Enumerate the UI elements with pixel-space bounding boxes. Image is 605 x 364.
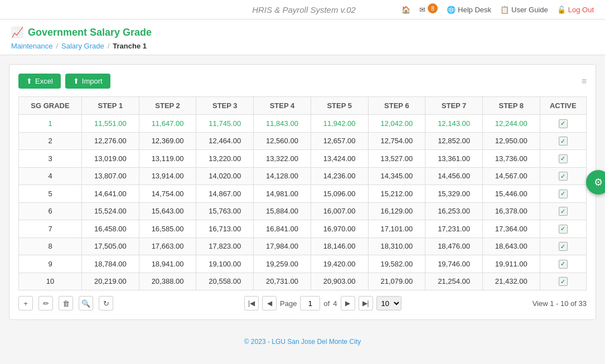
- cell-s3: 12,464.00: [196, 132, 254, 150]
- table-row[interactable]: 716,458.0016,585.0016,713.0016,841.0016,…: [19, 220, 587, 238]
- refresh-button[interactable]: ↻: [99, 296, 113, 310]
- col-step2: STEP 2: [139, 97, 196, 115]
- active-checkbox[interactable]: [559, 190, 568, 198]
- cell-sg: 9: [19, 255, 82, 273]
- cell-s1: 13,807.00: [82, 167, 139, 185]
- data-table: SG GRADE STEP 1 STEP 2 STEP 3 STEP 4 STE…: [18, 96, 587, 290]
- cell-s4: 13,322.00: [254, 150, 311, 168]
- mail-icon: ✉: [419, 6, 425, 14]
- first-page-button[interactable]: |◀: [244, 296, 259, 310]
- import-button[interactable]: ⬆ Import: [65, 74, 110, 89]
- main-card: ⬆ Excel ⬆ Import ≡ SG GRADE STEP 1 STEP …: [9, 64, 596, 320]
- cell-active[interactable]: [540, 132, 586, 150]
- cell-s2: 13,914.00: [139, 167, 196, 185]
- search-row-button[interactable]: 🔍: [79, 296, 93, 310]
- active-checkbox[interactable]: [559, 277, 568, 286]
- table-row[interactable]: 817,505.0017,663.0017,823.0017,984.0018,…: [19, 237, 587, 255]
- add-row-button[interactable]: +: [18, 296, 33, 310]
- import-icon: ⬆: [73, 77, 79, 85]
- page-input[interactable]: [300, 296, 320, 310]
- table-row[interactable]: 918,784.0018,941.0019,100.0019,259.0019,…: [19, 255, 587, 273]
- edit-row-button[interactable]: ✏: [38, 296, 53, 310]
- cell-active[interactable]: [540, 237, 586, 255]
- delete-row-button[interactable]: 🗑: [59, 296, 73, 310]
- cell-s2: 20,388.00: [139, 273, 196, 290]
- cell-active[interactable]: [540, 273, 586, 290]
- view-info: View 1 - 10 of 33: [533, 299, 587, 308]
- table-row[interactable]: 413,807.0013,914.0014,020.0014,128.0014,…: [19, 167, 587, 185]
- breadcrumb-salary-grade[interactable]: Salary Grade: [61, 42, 104, 50]
- cell-s6: 13,527.00: [368, 150, 425, 168]
- breadcrumb-sep-2: /: [108, 42, 110, 50]
- cell-s1: 12,276.00: [82, 132, 139, 150]
- cell-s7: 13,361.00: [425, 150, 483, 168]
- col-active: ACTIVE: [540, 97, 586, 115]
- hamburger-menu[interactable]: ≡: [582, 76, 587, 86]
- cell-s8: 19,911.00: [482, 255, 540, 273]
- cell-s3: 17,823.00: [196, 237, 254, 255]
- cell-s4: 19,259.00: [254, 255, 311, 273]
- table-header-row: SG GRADE STEP 1 STEP 2 STEP 3 STEP 4 STE…: [19, 97, 587, 115]
- page-title-wrapper: 📈 Government Salary Grade: [11, 26, 594, 38]
- table-row[interactable]: 1020,219.0020,388.0020,558.0020,731.0020…: [19, 273, 587, 290]
- breadcrumb-maintenance[interactable]: Maintenance: [11, 42, 52, 50]
- table-row[interactable]: 313,019.0013,119.0013,220.0013,322.0013,…: [19, 150, 587, 168]
- active-checkbox[interactable]: [559, 225, 568, 234]
- last-page-button[interactable]: ▶|: [359, 296, 373, 310]
- cell-s5: 14,236.00: [311, 167, 368, 185]
- cell-active[interactable]: [540, 115, 586, 133]
- cell-s5: 13,424.00: [311, 150, 368, 168]
- cell-s6: 12,754.00: [368, 132, 425, 150]
- copyright-text: © 2023 - LGU San Jose Del Monte City: [244, 338, 361, 346]
- next-page-button[interactable]: ▶: [341, 296, 355, 310]
- cell-s8: 14,567.00: [482, 167, 540, 185]
- cell-s5: 20,903.00: [311, 273, 368, 290]
- home-button[interactable]: 🏠: [401, 6, 410, 14]
- prev-page-button[interactable]: ◀: [262, 296, 277, 310]
- table-row[interactable]: 514,641.0014,754.0014,867.0014,981.0015,…: [19, 185, 587, 203]
- cell-s8: 15,446.00: [482, 185, 540, 203]
- active-checkbox[interactable]: [559, 154, 568, 163]
- cell-active[interactable]: [540, 150, 586, 168]
- cell-active[interactable]: [540, 255, 586, 273]
- cell-s8: 17,364.00: [482, 220, 540, 238]
- cell-s4: 14,981.00: [254, 185, 311, 203]
- pagination-controls: |◀ ◀ Page of 4 ▶ ▶| 10 25 50: [244, 296, 401, 310]
- toolbar-left: ⬆ Excel ⬆ Import: [18, 74, 110, 89]
- cell-s6: 15,212.00: [368, 185, 425, 203]
- logout-button[interactable]: 🔓 Log Out: [557, 6, 594, 14]
- col-step8: STEP 8: [482, 97, 540, 115]
- table-row[interactable]: 111,551.0011,647.0011,745.0011,843.0011,…: [19, 115, 587, 133]
- breadcrumb: Maintenance / Salary Grade / Tranche 1: [11, 42, 594, 55]
- notifications-button[interactable]: ✉ 8: [419, 4, 438, 14]
- userguide-button[interactable]: 📋 User Guide: [500, 6, 548, 14]
- cell-s6: 18,310.00: [368, 237, 425, 255]
- table-row[interactable]: 212,276.0012,369.0012,464.0012,560.0012,…: [19, 132, 587, 150]
- cell-s1: 17,505.00: [82, 237, 139, 255]
- cell-s8: 21,432.00: [482, 273, 540, 290]
- cell-s1: 11,551.00: [82, 115, 139, 133]
- table-footer: + ✏ 🗑 🔍 ↻ |◀ ◀ Page of 4 ▶ ▶| 10 25 50: [18, 296, 587, 310]
- active-checkbox[interactable]: [559, 172, 568, 181]
- active-checkbox[interactable]: [559, 260, 568, 269]
- copyright: © 2023 - LGU San Jose Del Monte City: [0, 329, 605, 355]
- per-page-select[interactable]: 10 25 50: [376, 296, 401, 310]
- excel-button[interactable]: ⬆ Excel: [18, 74, 61, 89]
- cell-active[interactable]: [540, 220, 586, 238]
- helpdesk-button[interactable]: 🌐 Help Desk: [447, 6, 491, 14]
- active-checkbox[interactable]: [559, 119, 568, 128]
- cell-active[interactable]: [540, 185, 586, 203]
- cell-s3: 16,713.00: [196, 220, 254, 238]
- cell-active[interactable]: [540, 167, 586, 185]
- table-row[interactable]: 615,524.0015,643.0015,763.0015,884.0016,…: [19, 202, 587, 220]
- app-title: HRIS & Payroll System v.02: [206, 5, 401, 14]
- active-checkbox[interactable]: [559, 137, 568, 145]
- cell-s8: 12,950.00: [482, 132, 540, 150]
- cell-sg: 2: [19, 132, 82, 150]
- active-checkbox[interactable]: [559, 242, 568, 251]
- cell-active[interactable]: [540, 202, 586, 220]
- active-checkbox[interactable]: [559, 207, 568, 216]
- cell-s5: 18,146.00: [311, 237, 368, 255]
- cell-sg: 8: [19, 237, 82, 255]
- cell-s2: 13,119.00: [139, 150, 196, 168]
